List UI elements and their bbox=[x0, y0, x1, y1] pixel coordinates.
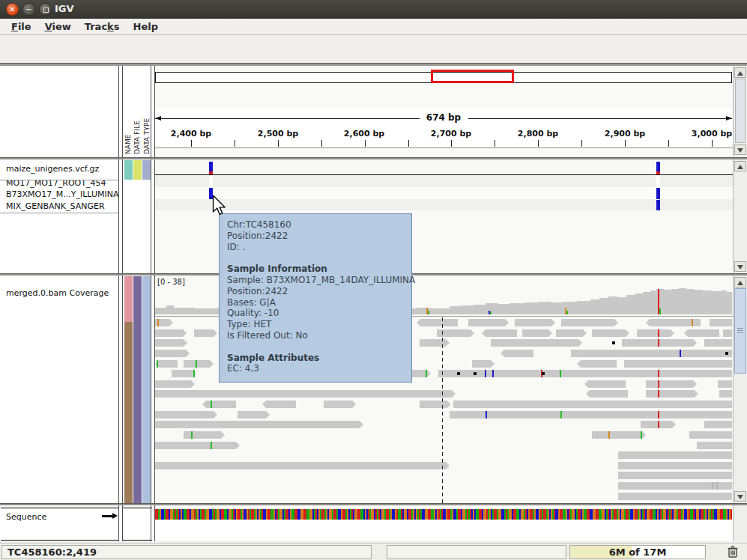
menu-file[interactable]: File bbox=[4, 19, 38, 34]
alignment-read[interactable] bbox=[624, 360, 732, 368]
alignment-read[interactable] bbox=[155, 390, 456, 398]
attribute-strip[interactable] bbox=[142, 160, 151, 180]
alignment-read[interactable] bbox=[155, 329, 187, 337]
attribute-strip[interactable] bbox=[124, 160, 133, 180]
alignment-read[interactable] bbox=[618, 451, 732, 459]
minimize-icon[interactable]: − bbox=[22, 3, 35, 16]
alignment-read[interactable] bbox=[515, 319, 555, 326]
alignment-read[interactable] bbox=[618, 493, 732, 500]
alignment-read[interactable] bbox=[592, 431, 646, 439]
alignment-read[interactable] bbox=[155, 462, 450, 469]
alignment-read[interactable] bbox=[420, 339, 450, 347]
variant-mark[interactable] bbox=[656, 162, 660, 171]
menu-bar: FileViewTracksHelp bbox=[0, 19, 747, 35]
trash-icon[interactable] bbox=[725, 544, 740, 560]
alignment-read[interactable] bbox=[238, 411, 270, 419]
alignment-read[interactable] bbox=[718, 380, 732, 388]
roi-box[interactable] bbox=[431, 70, 514, 83]
alignment-read[interactable] bbox=[155, 421, 363, 428]
menu-tracks[interactable]: Tracks bbox=[78, 19, 127, 34]
maximize-icon[interactable] bbox=[39, 3, 52, 16]
scrollbar-up-button[interactable] bbox=[734, 277, 746, 287]
alignment-read[interactable] bbox=[723, 329, 732, 337]
variant-mark[interactable] bbox=[656, 176, 660, 187]
alignment-read[interactable] bbox=[561, 319, 618, 326]
alignment-read[interactable] bbox=[592, 329, 629, 337]
scrollbar-thumb[interactable] bbox=[734, 288, 746, 374]
close-icon[interactable]: ✕ bbox=[6, 3, 19, 16]
menu-help[interactable]: Help bbox=[127, 19, 165, 34]
alignment-read[interactable] bbox=[637, 329, 674, 337]
scrollbar-down-button[interactable] bbox=[734, 144, 746, 155]
variant-mark[interactable] bbox=[209, 171, 213, 174]
alignment-read[interactable] bbox=[155, 360, 178, 368]
panel-splitter[interactable] bbox=[0, 157, 747, 159]
alignment-read[interactable] bbox=[684, 329, 719, 337]
variant-mark[interactable] bbox=[656, 200, 660, 210]
alignment-read[interactable] bbox=[184, 360, 214, 368]
alignment-read[interactable] bbox=[556, 329, 587, 337]
alignment-read[interactable] bbox=[618, 462, 732, 469]
alignment-read[interactable] bbox=[491, 339, 582, 347]
attribute-strip[interactable] bbox=[133, 276, 142, 503]
alignment-read[interactable] bbox=[450, 411, 732, 419]
alignment-read[interactable] bbox=[522, 329, 552, 337]
attribute-strip[interactable] bbox=[124, 276, 133, 322]
alignment-read[interactable] bbox=[155, 411, 217, 419]
sequence-base[interactable] bbox=[731, 509, 732, 520]
alignment-read[interactable] bbox=[697, 442, 732, 449]
alignment-read[interactable] bbox=[646, 380, 697, 388]
alignment-read[interactable] bbox=[719, 390, 732, 398]
alignment-read[interactable] bbox=[500, 350, 533, 357]
attribute-strip[interactable] bbox=[133, 160, 142, 180]
alignment-read[interactable] bbox=[453, 401, 732, 408]
alignment-read[interactable] bbox=[202, 401, 236, 408]
variant-mark[interactable] bbox=[656, 188, 660, 199]
alignment-read[interactable] bbox=[584, 380, 626, 388]
alignment-read[interactable] bbox=[155, 442, 240, 449]
alignment-read[interactable] bbox=[622, 339, 697, 347]
scrollbar-thumb[interactable] bbox=[735, 79, 746, 143]
variant-mark[interactable] bbox=[209, 176, 213, 187]
alignment-read[interactable] bbox=[577, 360, 617, 368]
track-name-label[interactable]: Sequence bbox=[6, 512, 46, 522]
scrollbar-up-button[interactable] bbox=[734, 67, 746, 78]
track-name-label[interactable]: merged.0.bam Coverage bbox=[6, 288, 109, 298]
alignment-read[interactable] bbox=[155, 380, 195, 388]
variant-mark[interactable] bbox=[656, 171, 660, 174]
alignment-read[interactable] bbox=[194, 329, 217, 337]
menu-view[interactable]: View bbox=[38, 19, 78, 34]
alignment-read[interactable] bbox=[618, 472, 732, 479]
alignment-read[interactable] bbox=[420, 401, 451, 408]
alignment-read[interactable] bbox=[618, 482, 732, 490]
alignment-read[interactable] bbox=[184, 431, 225, 439]
attribute-strip[interactable] bbox=[142, 276, 151, 503]
alignment-read[interactable] bbox=[704, 421, 732, 428]
attribute-strip[interactable] bbox=[124, 322, 133, 503]
alignment-read[interactable] bbox=[586, 390, 628, 398]
alignment-read[interactable] bbox=[710, 319, 732, 326]
alignment-read[interactable] bbox=[472, 360, 495, 368]
read-snp-mark bbox=[692, 319, 693, 326]
alignment-read[interactable] bbox=[417, 319, 458, 326]
alignment-read[interactable] bbox=[262, 401, 296, 408]
alignment-read[interactable] bbox=[646, 390, 698, 398]
variant-mark[interactable] bbox=[209, 162, 213, 171]
alignment-read[interactable] bbox=[704, 339, 732, 347]
status-message-box bbox=[387, 545, 566, 559]
alignment-read[interactable] bbox=[324, 401, 356, 408]
track-name-label[interactable]: MIX_GENBANK_SANGER bbox=[6, 201, 105, 211]
scrollbar-down-button[interactable] bbox=[734, 491, 746, 502]
alignment-read[interactable] bbox=[482, 329, 517, 337]
alignment-read[interactable] bbox=[468, 319, 509, 326]
alignment-read[interactable] bbox=[571, 350, 732, 357]
alignment-read[interactable] bbox=[438, 370, 732, 377]
alignment-read[interactable] bbox=[155, 350, 190, 357]
scrollbar-down-button[interactable] bbox=[734, 261, 746, 272]
panel-splitter[interactable] bbox=[0, 503, 747, 505]
track-name-label[interactable]: maize_unigenes.vcf.gz bbox=[6, 164, 99, 174]
alignment-read[interactable] bbox=[155, 339, 187, 347]
scrollbar-up-button[interactable] bbox=[734, 161, 746, 171]
track-name-label[interactable]: B73XMO17_M...Y_ILLUMINA bbox=[6, 189, 118, 199]
alignment-read[interactable] bbox=[689, 431, 732, 439]
